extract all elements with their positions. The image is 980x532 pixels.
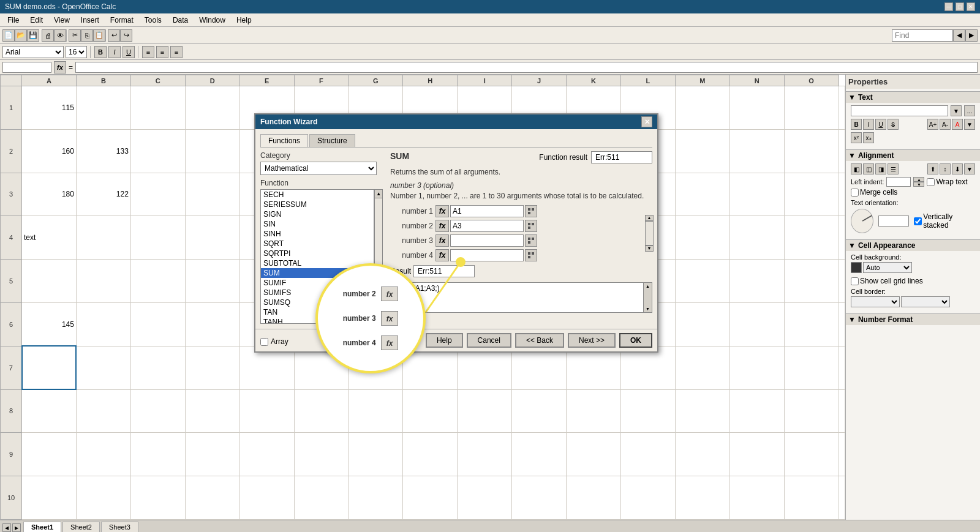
param2-input[interactable] — [450, 220, 524, 232]
array-checkbox[interactable] — [260, 338, 268, 346]
zoom-fx-btn2[interactable]: fx — [381, 287, 399, 301]
param3-ref-btn[interactable] — [525, 234, 537, 247]
zoom-number2: number 2 fx — [343, 287, 399, 301]
params-scroll-track — [645, 221, 654, 245]
fdisp-scroll-up[interactable]: ▲ — [646, 284, 650, 288]
func-desc: Returns the sum of all arguments. — [390, 167, 652, 178]
svg-rect-11 — [528, 256, 530, 258]
dialog-title-bar: Function Wizard ✕ — [255, 114, 657, 129]
param1-fx-btn[interactable]: fx — [435, 205, 449, 217]
dialog-content: Functions Structure Category Mathematica… — [255, 129, 657, 329]
dialog-footer: Array Help Cancel << Back Next >> OK — [255, 329, 657, 351]
param4-label: number 4 — [390, 251, 433, 260]
zoom-fx-btn4[interactable]: fx — [381, 335, 399, 350]
result-row: Result Err:511 — [390, 265, 652, 277]
param3-label: number 3 — [390, 236, 433, 245]
dialog-close-btn[interactable]: ✕ — [641, 116, 652, 127]
dialog-tabs: Functions Structure — [260, 134, 652, 148]
array-check-container: Array — [260, 337, 288, 346]
param4-ref-btn[interactable] — [525, 249, 537, 261]
formula-display[interactable]: =SUM(A1;A3;) ▲ ▼ — [390, 282, 652, 313]
cancel-button[interactable]: Cancel — [467, 333, 511, 348]
zoom-label-number4: number 4 — [343, 339, 376, 347]
svg-rect-10 — [532, 252, 534, 255]
zoom-number3: number 3 fx — [343, 311, 399, 326]
svg-rect-0 — [528, 208, 530, 211]
function-item-sqrtpi[interactable]: SQRTPI — [261, 249, 374, 258]
fdisp-scroll-down[interactable]: ▼ — [646, 307, 650, 311]
function-item-seriessum[interactable]: SERIESSUM — [261, 200, 374, 209]
param-row-4: number 4 fx — [390, 249, 652, 261]
function-item-sqrt[interactable]: SQRT — [261, 239, 374, 249]
param3-input[interactable] — [450, 234, 524, 247]
function-item-sech[interactable]: SECH — [261, 190, 374, 200]
help-button[interactable]: Help — [426, 333, 463, 348]
func-param-desc: number 3 (optional) — [390, 181, 652, 190]
dialog-buttons: Help Cancel << Back Next >> OK — [426, 333, 652, 348]
params-scroll-up[interactable]: ▲ — [645, 215, 654, 221]
scroll-up-btn[interactable]: ▲ — [375, 190, 382, 198]
param-row-3: number 3 fx — [390, 234, 652, 247]
next-button[interactable]: Next >> — [568, 333, 616, 348]
tab-structure[interactable]: Structure — [309, 134, 355, 147]
function-item-sinh[interactable]: SINH — [261, 229, 374, 239]
func-result-value: Err:511 — [591, 151, 652, 163]
formula-display-area: =SUM(A1;A3;) ▲ ▼ — [390, 277, 652, 313]
function-label: Function — [260, 179, 383, 187]
param-row-1: number 1 fx — [390, 205, 652, 217]
params-scroll-down[interactable]: ▼ — [645, 245, 654, 252]
dialog-title: Function Wizard — [260, 118, 317, 126]
param3-fx-btn[interactable]: fx — [435, 234, 449, 247]
back-button[interactable]: << Back — [515, 333, 564, 348]
param4-input[interactable] — [450, 249, 524, 261]
array-label: Array — [271, 337, 288, 346]
param2-label: number 2 — [390, 222, 433, 230]
svg-rect-8 — [528, 241, 530, 244]
ok-button[interactable]: OK — [619, 333, 652, 348]
zoom-fx-btn3[interactable]: fx — [381, 311, 399, 326]
func-name: SUM — [390, 151, 409, 161]
zoom-label-number3: number 3 — [343, 314, 376, 323]
zoom-annotation: number 2 fx number 3 fx number 4 fx — [315, 263, 426, 373]
svg-rect-9 — [528, 252, 530, 255]
svg-rect-4 — [532, 223, 534, 225]
svg-rect-6 — [528, 238, 530, 240]
zoom-label-number2: number 2 — [343, 290, 376, 298]
param2-fx-btn[interactable]: fx — [435, 220, 449, 232]
params-scrollbar[interactable]: ▲ ▼ — [645, 205, 654, 261]
func-result-label: Function result — [539, 153, 587, 162]
param4-fx-btn[interactable]: fx — [435, 249, 449, 261]
svg-rect-3 — [528, 223, 530, 225]
svg-rect-2 — [528, 212, 530, 214]
function-wizard-dialog: Function Wizard ✕ Functions Structure Ca… — [254, 113, 658, 353]
func-param-full-desc: Number 1, number 2, ... are 1 to 30 argu… — [390, 191, 652, 201]
function-item-sign[interactable]: SIGN — [261, 209, 374, 219]
tab-functions[interactable]: Functions — [260, 134, 308, 147]
formula-display-scrollbar[interactable]: ▲ ▼ — [643, 283, 652, 312]
svg-rect-5 — [528, 227, 530, 229]
dialog-right-panel: SUM Function result Err:511 Returns the … — [383, 151, 652, 324]
param2-ref-btn[interactable] — [525, 220, 537, 232]
param1-input[interactable] — [450, 205, 524, 217]
param1-label: number 1 — [390, 207, 433, 215]
function-item-sin[interactable]: SIN — [261, 219, 374, 229]
result-value: Err:511 — [413, 265, 475, 277]
param1-ref-btn[interactable] — [525, 205, 537, 217]
category-label: Category — [260, 151, 383, 160]
category-dropdown[interactable]: Mathematical All Database Date & Time Fi… — [260, 162, 377, 175]
svg-rect-7 — [532, 238, 534, 240]
svg-rect-1 — [532, 208, 534, 211]
param-row-2: number 2 fx — [390, 220, 652, 232]
zoom-number4: number 4 fx — [343, 335, 399, 350]
params-area: number 1 fx number 2 fx — [390, 205, 652, 261]
dialog-overlay: Function Wizard ✕ Functions Structure Ca… — [0, 0, 980, 532]
